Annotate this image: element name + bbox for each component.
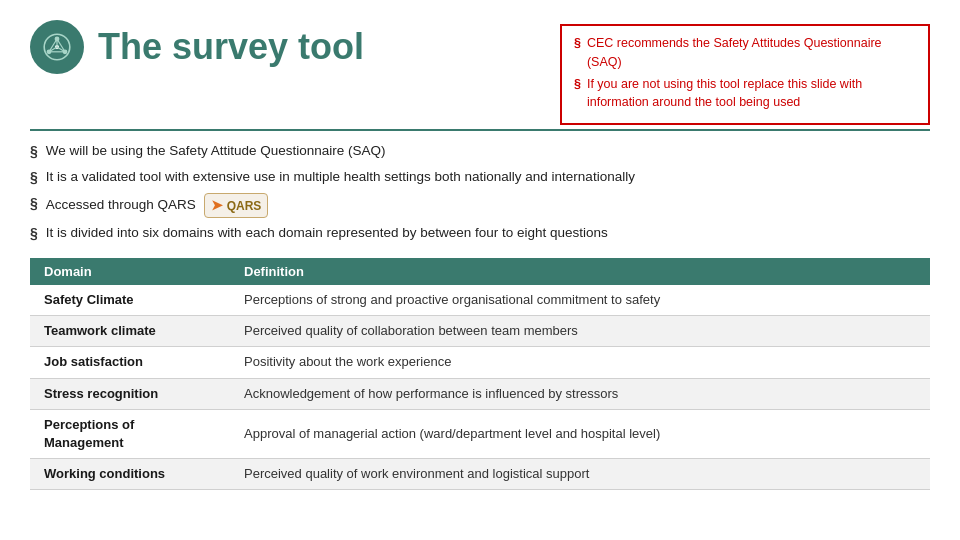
table-cell-definition: Acknowledgement of how performance is in…	[230, 378, 930, 409]
table-header-row: Domain Definition	[30, 258, 930, 285]
red-box-item-2: If you are not using this tool replace t…	[574, 75, 916, 113]
logo-circle	[30, 20, 84, 74]
table-cell-definition: Approval of managerial action (ward/depa…	[230, 409, 930, 458]
table-cell-definition: Perceived quality of collaboration betwe…	[230, 316, 930, 347]
domain-table: Domain Definition Safety ClimatePercepti…	[30, 258, 930, 490]
table-cell-domain: Safety Climate	[30, 285, 230, 316]
logo-icon	[41, 31, 73, 63]
table-row: Working conditionsPerceived quality of w…	[30, 459, 930, 490]
header-left: The survey tool	[30, 20, 364, 74]
table-cell-domain: Working conditions	[30, 459, 230, 490]
table-row: Perceptions of ManagementApproval of man…	[30, 409, 930, 458]
page-title: The survey tool	[98, 26, 364, 68]
table-cell-domain: Teamwork climate	[30, 316, 230, 347]
bullet-item-1: We will be using the Safety Attitude Que…	[30, 141, 930, 162]
bullet-item-3: Accessed through QARS ➤ QARS	[30, 193, 930, 218]
table-body: Safety ClimatePerceptions of strong and …	[30, 285, 930, 490]
qars-badge: ➤ QARS	[204, 193, 269, 218]
table-cell-domain: Job satisfaction	[30, 347, 230, 378]
table-cell-domain: Stress recognition	[30, 378, 230, 409]
table-row: Teamwork climatePerceived quality of col…	[30, 316, 930, 347]
qars-arrow-icon: ➤	[211, 195, 223, 216]
col-definition: Definition	[230, 258, 930, 285]
bullet-item-4: It is divided into six domains with each…	[30, 223, 930, 244]
table-cell-definition: Positivity about the work experience	[230, 347, 930, 378]
red-box-list: CEC recommends the Safety Attitudes Ques…	[574, 34, 916, 112]
header-divider	[30, 129, 930, 131]
table-cell-domain: Perceptions of Management	[30, 409, 230, 458]
table-row: Safety ClimatePerceptions of strong and …	[30, 285, 930, 316]
table-cell-definition: Perceived quality of work environment an…	[230, 459, 930, 490]
table-head: Domain Definition	[30, 258, 930, 285]
red-box-item-1: CEC recommends the Safety Attitudes Ques…	[574, 34, 916, 72]
table-row: Job satisfactionPositivity about the wor…	[30, 347, 930, 378]
header-row: The survey tool CEC recommends the Safet…	[30, 20, 930, 125]
slide: The survey tool CEC recommends the Safet…	[0, 0, 960, 540]
table-row: Stress recognitionAcknowledgement of how…	[30, 378, 930, 409]
col-domain: Domain	[30, 258, 230, 285]
bullet-list: We will be using the Safety Attitude Que…	[30, 141, 930, 244]
red-box: CEC recommends the Safety Attitudes Ques…	[560, 24, 930, 125]
table-cell-definition: Perceptions of strong and proactive orga…	[230, 285, 930, 316]
bullet-item-2: It is a validated tool with extensive us…	[30, 167, 930, 188]
